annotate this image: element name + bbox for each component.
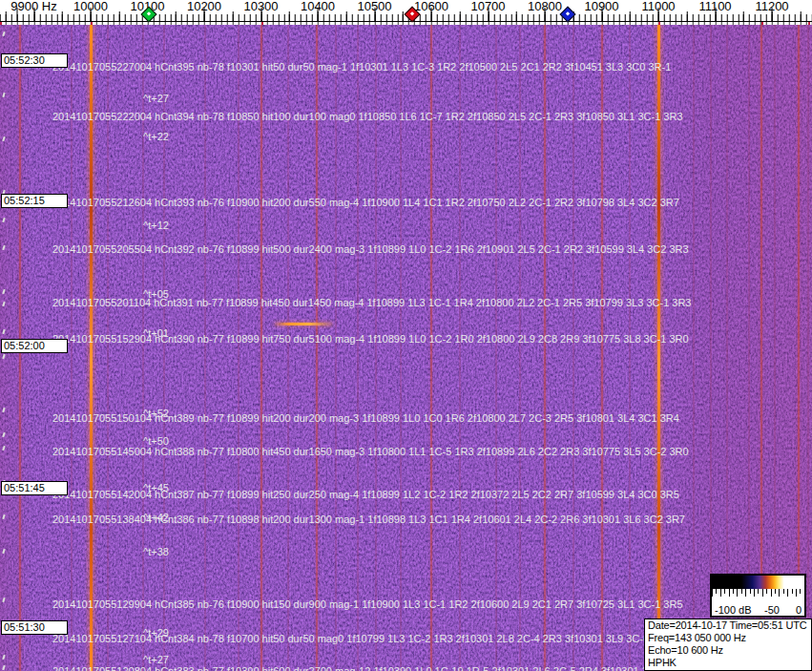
detection-time-annotation: ^t+22 (143, 131, 169, 142)
detection-log-line: 20141017055129904 hCnt385 nb-76 f10900 h… (52, 598, 683, 610)
color-scale-min-label: -100 dB (715, 604, 752, 616)
ruler-sub-tick-red (91, 22, 93, 25)
ruler-sub-tick-red (808, 22, 810, 25)
time-label-055200: 05:52:00 (1, 339, 68, 353)
detection-time-annotation: ^t+38 (143, 546, 169, 557)
detection-log-line: 20141017055212604 hCnt393 nb-76 f10900 h… (52, 197, 679, 208)
detection-log-line: 20141017055142004 hCnt387 nb-77 f10899 h… (52, 489, 679, 500)
time-label-055145: 05:51:45 (1, 481, 68, 495)
info-echo: Echo=10 600 Hz (648, 644, 811, 657)
ruler-sub-tick-red (761, 22, 763, 25)
db-color-scale: -100 dB -50 0 (710, 574, 806, 618)
carrier-line-11264hz (807, 25, 809, 671)
detection-log-line: 20141017055150104 hCnt389 nb-77 f10899 h… (52, 412, 679, 424)
detection-log-line: 20141017055145004 hCnt388 nb-77 f10800 h… (52, 446, 689, 457)
detection-log-line: 20141017055227004 hCnt395 nb-78 f10301 h… (52, 61, 671, 73)
ruler-sub-tick-red (261, 22, 263, 25)
blue-diamond-marker-dot (565, 11, 569, 15)
ruler-sub-ticks (0, 22, 812, 25)
color-scale-gradient (712, 576, 804, 589)
color-scale-labels: -100 dB -50 0 (712, 602, 804, 616)
detection-time-annotation: ^t+27 (143, 654, 169, 665)
detection-time-annotation: ^t+12 (143, 220, 169, 231)
detection-time-annotation: ^t+27 (143, 93, 169, 104)
carrier-line-11062hz (693, 25, 695, 671)
detection-log-line: 20141017055152904 hCnt390 nb-77 f10899 h… (52, 333, 689, 345)
detection-log-line: 20141017055138404 hCnt386 nb-77 f10898 h… (52, 514, 685, 525)
meteor-echo-streak (275, 323, 332, 325)
detection-log-line: 20141017055120804 hCnt383 nb-77 f10390 h… (52, 665, 659, 671)
color-scale-ticks (712, 589, 804, 598)
green-diamond-marker-dot (146, 11, 150, 15)
spectrogram-app-window: 9900 Hz100001010010200103001040010500106… (0, 0, 812, 671)
detection-log-line: 20141017055205504 hCnt392 nb-76 f10899 h… (52, 243, 689, 255)
spectrogram-canvas[interactable]: 20141017055227004 hCnt395 nb-78 f10301 h… (0, 25, 812, 671)
detection-log-line: 20141017055222004 hCnt394 nb-78 f10850 h… (52, 111, 683, 122)
time-label-055130: 05:51:30 (1, 620, 68, 635)
color-scale-max-label: 0 (796, 604, 802, 616)
detection-log-line: 20141017055127104 hCnt384 nb-78 f10700 h… (52, 633, 665, 644)
frequency-ruler: 9900 Hz100001010010200103001040010500106… (0, 0, 812, 25)
ruler-sub-tick-red (0, 22, 2, 25)
red-diamond-marker-dot (410, 11, 414, 15)
info-frequency: Freq=143 050 000 Hz (648, 632, 811, 644)
time-label-055230: 05:52:30 (1, 53, 68, 68)
color-scale-mid-label: -50 (764, 604, 780, 616)
time-label-055215: 05:52:15 (1, 194, 68, 208)
ruler-sub-tick-red (658, 22, 660, 25)
info-station-code: HPHK (648, 657, 811, 669)
detection-log-line: 20141017055201104 hCnt391 nb-77 f10899 h… (52, 297, 692, 308)
status-info-box: Date=2014-10-17 Time=05:51 UTC Freq=143 … (644, 619, 812, 671)
info-date-time: Date=2014-10-17 Time=05:51 UTC (648, 619, 811, 632)
